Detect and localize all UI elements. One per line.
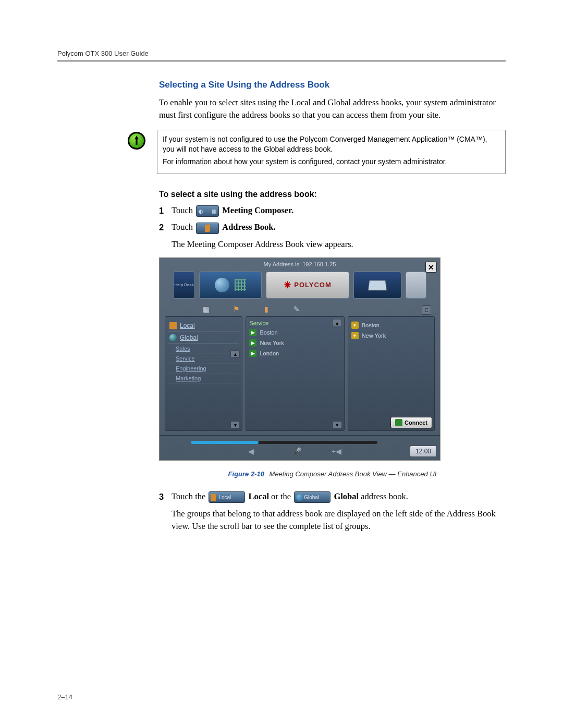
laptop-icon bbox=[368, 280, 387, 291]
polycom-logo-text: POLYCOM bbox=[294, 281, 332, 289]
mid-scroll-up-icon[interactable]: ▲ bbox=[333, 319, 342, 326]
right-item-newyork-label: New York bbox=[362, 332, 386, 339]
connect-label: Connect bbox=[405, 419, 427, 426]
polycom-mark-icon: ✷ bbox=[284, 279, 292, 291]
step-1-number: 1 bbox=[159, 204, 172, 217]
mid-item-newyork[interactable]: ▶ New York bbox=[249, 338, 340, 348]
figure-screenshot: ✕ My Address is: 192.168.1.25 Help Desk … bbox=[159, 257, 440, 461]
globe-tile[interactable] bbox=[199, 272, 262, 299]
address-book-icon bbox=[196, 223, 219, 234]
mid-header: Service bbox=[249, 320, 340, 327]
toolbar-camera-icon[interactable]: ✎ bbox=[292, 305, 301, 313]
note-icon bbox=[128, 132, 145, 150]
mid-item-london[interactable]: ▶ London bbox=[249, 348, 340, 359]
mid-item-boston[interactable]: ▶ Boston bbox=[249, 327, 340, 338]
clear-button[interactable]: C bbox=[422, 305, 431, 315]
note-line-2: For information about how your system is… bbox=[163, 157, 500, 167]
meeting-composer-icon bbox=[196, 205, 219, 217]
volume-up-icon[interactable]: +◀ bbox=[332, 447, 341, 455]
toolbar-icons: ▦ ⚑ ▮ ✎ bbox=[160, 303, 440, 316]
right-item-newyork[interactable]: ▾ New York bbox=[351, 330, 431, 341]
global-label: Global bbox=[180, 334, 198, 341]
right-item-boston-label: Boston bbox=[362, 322, 380, 328]
globe-small-icon bbox=[169, 334, 177, 341]
mid-item-london-label: London bbox=[260, 350, 279, 356]
local-label: Local bbox=[180, 322, 195, 329]
clock: 12:00 bbox=[410, 446, 437, 457]
figure-number: Figure 2-10 bbox=[228, 470, 264, 478]
address-book-panels: Local Global Sales Service Engineering M… bbox=[160, 316, 440, 435]
selected-icon: ▾ bbox=[351, 332, 359, 339]
polycom-logo-tile[interactable]: ✷ POLYCOM bbox=[266, 272, 349, 299]
my-address-label: My Address is: 192.168.1.25 bbox=[160, 258, 440, 269]
misc-tile[interactable] bbox=[406, 272, 426, 299]
step-1: 1 Touch Meeting Composer. bbox=[159, 204, 506, 217]
toolbar-keypad-icon[interactable]: ▦ bbox=[201, 305, 211, 313]
local-address-book-item[interactable]: Local bbox=[168, 320, 239, 332]
figure-title: Meeting Composer Address Book View — Enh… bbox=[270, 470, 437, 478]
step-3-text-b: address book. bbox=[361, 491, 408, 501]
figure-caption: Figure 2-10 Meeting Composer Address Boo… bbox=[159, 470, 506, 478]
page-number: 2–14 bbox=[57, 693, 72, 701]
group-marketing[interactable]: Marketing bbox=[168, 374, 239, 384]
scroll-up-icon[interactable]: ▲ bbox=[230, 350, 240, 357]
close-button[interactable]: ✕ bbox=[425, 261, 437, 273]
mid-item-boston-label: Boston bbox=[260, 329, 277, 336]
step-2-result: The Meeting Composer Address Book view a… bbox=[172, 238, 506, 251]
step-3-mid: or the bbox=[271, 491, 293, 501]
group-sales[interactable]: Sales bbox=[168, 344, 239, 354]
step-2-number: 2 bbox=[159, 221, 172, 234]
play-icon: ▶ bbox=[249, 329, 256, 336]
play-icon: ▶ bbox=[249, 339, 256, 347]
volume-bar: ◀· 🎤 +◀ 12:00 bbox=[160, 435, 440, 460]
step-3-result: The groups that belong to that address b… bbox=[172, 508, 506, 534]
volume-down-icon[interactable]: ◀· bbox=[248, 447, 256, 455]
connect-button[interactable]: Connect bbox=[390, 417, 432, 428]
global-address-book-item[interactable]: Global bbox=[168, 332, 239, 344]
folder-icon bbox=[169, 322, 177, 329]
mid-scroll-down-icon[interactable]: ▼ bbox=[333, 421, 342, 428]
address-book-mid-panel: ▲ Service ▶ Boston ▶ New York ▶ London ▼ bbox=[246, 316, 344, 431]
group-service[interactable]: Service bbox=[168, 354, 239, 364]
procedure-heading: To select a site using the address book: bbox=[159, 190, 506, 199]
volume-fill bbox=[191, 441, 259, 444]
laptop-tile[interactable] bbox=[353, 272, 401, 299]
header-rule bbox=[57, 60, 506, 61]
toolbar-book-icon[interactable]: ▮ bbox=[262, 305, 271, 313]
step-3-global-word: Global bbox=[334, 491, 359, 501]
toolbar-pin-icon[interactable]: ⚑ bbox=[231, 305, 241, 313]
phone-icon bbox=[395, 419, 402, 426]
step-3: 3 Touch the Local Local or the Global Gl… bbox=[159, 490, 506, 503]
help-desk-tile[interactable]: Help Desk bbox=[173, 272, 195, 299]
mid-item-newyork-label: New York bbox=[260, 340, 284, 346]
step-2-text-b: Address Book. bbox=[222, 222, 275, 232]
play-icon: ▶ bbox=[249, 350, 256, 357]
step-3-number: 3 bbox=[159, 490, 172, 503]
top-tile-row: Help Desk ✷ POLYCOM bbox=[160, 269, 440, 303]
group-engineering[interactable]: Engineering bbox=[168, 364, 239, 374]
running-header: Polycom OTX 300 User Guide bbox=[57, 50, 506, 57]
local-button-icon: Local bbox=[209, 491, 245, 503]
note-text: If your system is not configured to use … bbox=[157, 130, 506, 174]
intro-paragraph: To enable you to select sites using the … bbox=[159, 96, 506, 121]
global-button-icon: Global bbox=[294, 491, 331, 503]
address-book-left-panel: Local Global Sales Service Engineering M… bbox=[165, 316, 242, 431]
note-block: If your system is not configured to use … bbox=[128, 130, 506, 174]
step-3-local-word: Local bbox=[249, 491, 269, 501]
globe-icon bbox=[215, 278, 229, 292]
step-1-text-a: Touch bbox=[172, 205, 195, 215]
address-book-right-panel: C ▾ Boston ▾ New York Connect bbox=[348, 316, 435, 431]
right-item-boston[interactable]: ▾ Boston bbox=[351, 320, 431, 330]
note-line-1: If your system is not configured to use … bbox=[163, 134, 500, 155]
selected-icon: ▾ bbox=[351, 322, 359, 329]
mute-icon[interactable]: 🎤 bbox=[292, 447, 301, 455]
step-2: 2 Touch Address Book. bbox=[159, 221, 506, 234]
step-3-text-a: Touch the bbox=[172, 491, 207, 501]
keypad-icon bbox=[235, 279, 246, 291]
step-2-text-a: Touch bbox=[172, 222, 195, 232]
section-heading: Selecting a Site Using the Address Book bbox=[159, 80, 506, 90]
step-1-text-b: Meeting Composer. bbox=[222, 205, 293, 215]
scroll-down-icon[interactable]: ▼ bbox=[230, 421, 240, 428]
